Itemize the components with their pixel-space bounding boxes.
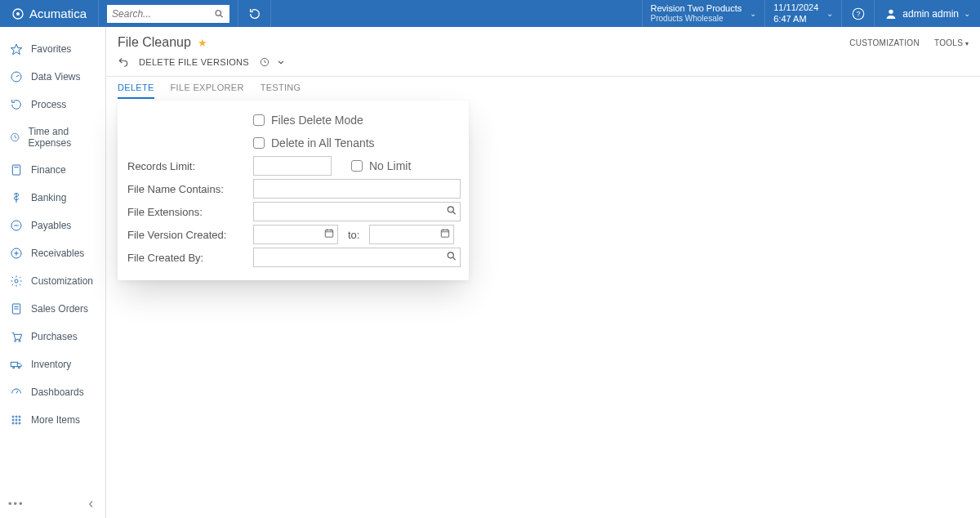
svg-line-41 xyxy=(453,212,456,214)
sidebar-item-banking[interactable]: Banking xyxy=(0,184,105,212)
more-icon[interactable]: ••• xyxy=(8,498,24,510)
svg-point-36 xyxy=(12,422,14,424)
delete-file-versions-button[interactable]: DELETE FILE VERSIONS xyxy=(139,57,249,67)
svg-point-34 xyxy=(16,419,17,421)
sidebar-item-label: Inventory xyxy=(31,359,71,370)
search-area xyxy=(99,0,238,27)
file-created-by-label: File Created By: xyxy=(126,252,253,264)
chevron-down-icon[interactable] xyxy=(275,56,287,68)
svg-rect-11 xyxy=(12,165,20,175)
svg-point-31 xyxy=(16,416,17,418)
customization-link[interactable]: CUSTOMIZATION xyxy=(849,38,920,47)
chevron-down-icon: ⌄ xyxy=(826,9,833,18)
truck-icon xyxy=(10,358,23,371)
logo-icon xyxy=(11,7,24,20)
tab-testing[interactable]: TESTING xyxy=(261,76,301,99)
date-value: 11/11/2024 xyxy=(773,2,818,13)
filter-panel: Files Delete Mode Delete in All Tenants … xyxy=(118,100,469,280)
no-limit-label: No Limit xyxy=(369,159,411,172)
sidebar-item-label: Sales Orders xyxy=(31,303,88,315)
sidebar-item-more[interactable]: More Items xyxy=(0,406,105,434)
svg-point-24 xyxy=(15,340,16,342)
svg-point-27 xyxy=(13,367,15,368)
sidebar-item-payables[interactable]: Payables xyxy=(0,212,105,239)
tab-file-explorer[interactable]: FILE EXPLORER xyxy=(171,76,244,99)
sidebar-item-process[interactable]: Process xyxy=(0,91,105,118)
file-name-contains-input[interactable] xyxy=(253,179,461,199)
brand-logo[interactable]: Acumatica xyxy=(0,0,99,27)
brand-name: Acumatica xyxy=(29,7,87,20)
search-input[interactable] xyxy=(112,8,214,20)
tools-menu[interactable]: TOOLS xyxy=(934,38,969,47)
tenant-name: Revision Two Products xyxy=(651,3,742,14)
top-header: Acumatica Revision Two Products Products… xyxy=(0,0,980,27)
svg-point-32 xyxy=(19,416,20,418)
svg-point-2 xyxy=(216,10,220,15)
sidebar-item-salesorders[interactable]: Sales Orders xyxy=(0,295,105,323)
tenant-sub: Products Wholesale xyxy=(651,14,742,24)
delete-all-tenants-label: Delete in All Tenants xyxy=(271,136,375,150)
sidebar-item-favorites[interactable]: Favorites xyxy=(0,35,105,63)
no-limit-checkbox[interactable] xyxy=(351,160,363,172)
lookup-icon[interactable] xyxy=(446,205,457,219)
time-value: 6:47 AM xyxy=(773,14,818,25)
sidebar-item-time[interactable]: Time and Expenses xyxy=(0,118,105,156)
refresh-button[interactable] xyxy=(238,0,271,27)
business-date[interactable]: 11/11/2024 6:47 AM ⌄ xyxy=(764,0,841,27)
document-icon xyxy=(10,302,23,315)
svg-line-51 xyxy=(453,257,456,260)
sidebar-item-label: Purchases xyxy=(31,331,78,342)
svg-point-50 xyxy=(448,252,453,258)
sidebar-item-inventory[interactable]: Inventory xyxy=(0,351,105,378)
to-label: to: xyxy=(345,229,363,241)
help-icon: ? xyxy=(851,7,866,21)
gear-icon xyxy=(10,275,23,288)
records-limit-label: Records Limit: xyxy=(126,160,253,172)
svg-rect-26 xyxy=(11,362,17,366)
files-delete-mode-label: Files Delete Mode xyxy=(271,114,363,127)
grid-icon xyxy=(10,413,23,426)
sidebar-item-finance[interactable]: Finance xyxy=(0,156,105,184)
svg-point-37 xyxy=(16,422,17,424)
chevron-down-icon: ⌄ xyxy=(750,9,756,18)
tab-delete[interactable]: DELETE xyxy=(118,76,154,99)
sidebar-item-label: Banking xyxy=(31,192,66,203)
delete-all-tenants-checkbox[interactable] xyxy=(253,137,265,149)
search-box[interactable] xyxy=(107,5,229,23)
lookup-icon[interactable] xyxy=(446,251,457,265)
minus-circle-icon xyxy=(10,219,23,232)
sidebar-item-receivables[interactable]: Receivables xyxy=(0,239,105,267)
sidebar-item-dataviews[interactable]: Data Views xyxy=(0,63,105,91)
user-menu[interactable]: admin admin ⌄ xyxy=(874,0,980,27)
refresh-icon xyxy=(248,7,261,20)
schedule-icon[interactable] xyxy=(259,56,270,68)
favorite-star-icon[interactable]: ★ xyxy=(198,37,207,49)
svg-point-6 xyxy=(889,9,893,13)
file-created-by-input[interactable] xyxy=(253,248,461,267)
calendar-icon[interactable] xyxy=(439,228,451,242)
calendar-icon[interactable] xyxy=(323,228,335,242)
svg-rect-46 xyxy=(442,230,449,237)
svg-point-1 xyxy=(16,12,20,16)
tenant-selector[interactable]: Revision Two Products Products Wholesale… xyxy=(642,0,765,27)
user-name: admin admin xyxy=(902,8,959,20)
svg-point-38 xyxy=(19,422,20,424)
svg-marker-7 xyxy=(11,44,21,55)
help-button[interactable]: ? xyxy=(841,0,874,27)
undo-icon[interactable] xyxy=(118,56,129,68)
sidebar-item-purchases[interactable]: Purchases xyxy=(0,323,105,351)
files-delete-mode-checkbox[interactable] xyxy=(253,114,265,126)
process-icon xyxy=(10,98,23,111)
sidebar-item-label: Process xyxy=(31,99,66,110)
sidebar-item-dashboards[interactable]: Dashboards xyxy=(0,378,105,406)
file-version-created-label: File Version Created: xyxy=(126,229,253,241)
sidebar-item-customization[interactable]: Customization xyxy=(0,267,105,295)
collapse-icon[interactable] xyxy=(86,498,97,510)
svg-point-33 xyxy=(12,419,14,421)
records-limit-input[interactable] xyxy=(253,156,332,176)
sidebar-item-label: Payables xyxy=(31,220,71,231)
file-extensions-input[interactable] xyxy=(253,202,461,221)
svg-point-35 xyxy=(19,419,20,421)
sidebar-item-label: Receivables xyxy=(31,248,84,259)
svg-point-20 xyxy=(15,279,18,283)
